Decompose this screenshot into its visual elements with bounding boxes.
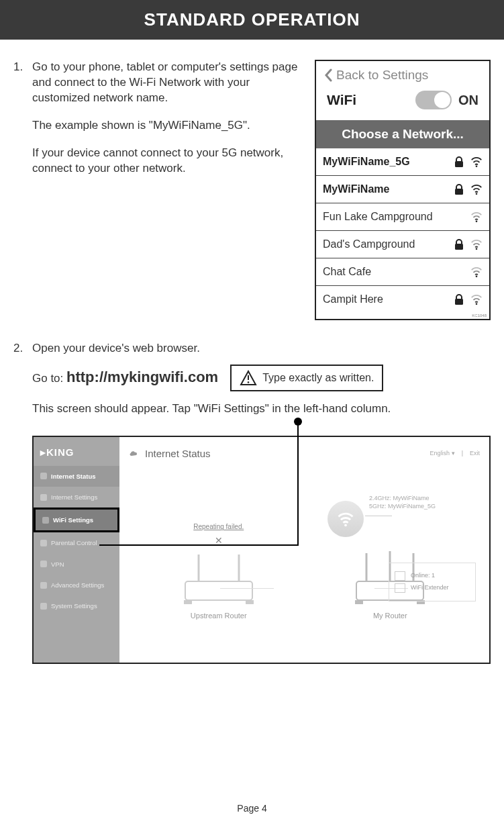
sidebar-item-label: Parental Control (51, 538, 97, 547)
network-name: Dad's Campground (323, 238, 453, 250)
step1-text-3: If your device cannot connect to your 5G… (32, 146, 304, 177)
wifi-on-text: ON (458, 93, 478, 108)
network-name: MyWiFiName (323, 183, 453, 195)
wifi-settings-panel: Back to Settings WiFi ON Choose a Networ… (315, 60, 491, 320)
page-number: Page 4 (0, 803, 504, 814)
wifi-signal-icon (470, 156, 483, 168)
network-name: Fun Lake Campground (323, 211, 470, 223)
goto-url: http://mykingwifi.com (66, 369, 218, 385)
svg-point-2 (344, 524, 347, 526)
goto-prefix: Go to: (32, 372, 66, 385)
x-mark-icon: ✕ (179, 534, 259, 548)
wifi-signal-icon (470, 238, 483, 250)
sidebar-item-advanced-settings[interactable]: Advanced Settings (34, 575, 119, 595)
network-name: Chat Cafe (323, 266, 470, 278)
step2-text-1: Open your device's web browser. (32, 340, 491, 356)
ssid-5-label: 5GHz: MyWiFiName_5G (369, 502, 436, 511)
network-row[interactable]: Chat Cafe (316, 258, 489, 285)
exit-link[interactable]: Exit (470, 449, 480, 458)
system-settings-icon (40, 603, 47, 610)
ssid-24-label: 2.4GHz: MyWiFiName (369, 494, 436, 503)
network-name: Campit Here (323, 293, 453, 305)
sidebar-item-label: System Settings (51, 601, 97, 610)
vpn-icon (40, 561, 47, 567)
panel-attribution: KC1048 (316, 313, 489, 319)
svg-rect-7 (246, 600, 254, 604)
monitor-icon (395, 571, 405, 581)
step2-number: 2. (13, 340, 32, 664)
dashboard-sidebar: ▸KING Internet StatusInternet SettingsWi… (34, 437, 119, 663)
header-title: STANDARD OPERATION (144, 9, 360, 30)
warning-text: Type exactly as written. (262, 371, 374, 385)
internet-status-icon (40, 473, 47, 479)
network-row[interactable]: MyWiFiName (316, 175, 489, 203)
cloud-icon (129, 449, 140, 457)
sidebar-item-label: Advanced Settings (51, 581, 104, 589)
warning-icon (240, 370, 257, 386)
connection-line (220, 588, 274, 589)
wifi-signal-icon (470, 293, 483, 305)
wifi-signal-icon (470, 183, 483, 195)
lock-icon (453, 238, 465, 250)
sidebar-item-system-settings[interactable]: System Settings (34, 595, 119, 616)
chevron-left-icon (324, 68, 332, 82)
wifi-extender-label: WiFi Extender (411, 583, 449, 592)
page-header: STANDARD OPERATION (0, 0, 504, 40)
internet-settings-icon (40, 494, 47, 501)
lock-icon (453, 156, 465, 168)
parental-control-icon (40, 540, 47, 546)
step2-text-2: This screen should appear. Tap "WiFi Set… (32, 401, 491, 417)
sidebar-item-label: Internet Status (51, 472, 96, 481)
step1-text-1: Go to your phone, tablet or computer's s… (32, 60, 304, 106)
clients-box: Online: 1 WiFi Extender (389, 563, 476, 601)
goto-text: Go to: http://mykingwifi.com (32, 367, 218, 388)
wifi-label: WiFi (327, 92, 356, 108)
online-count-label: Online: 1 (411, 571, 435, 580)
warning-box: Type exactly as written. (230, 365, 383, 391)
back-to-settings-button[interactable]: Back to Settings (324, 68, 481, 83)
dashboard-title: Internet Status (129, 446, 211, 461)
wifi-signal-icon (470, 266, 483, 278)
ssid-connector-line (365, 516, 392, 516)
callout-dot (294, 418, 302, 426)
svg-point-1 (248, 381, 250, 383)
sidebar-item-internet-settings[interactable]: Internet Settings (34, 487, 119, 508)
choose-network-header: Choose a Network... (316, 120, 489, 148)
lock-icon (453, 183, 465, 195)
sidebar-item-vpn[interactable]: VPN (34, 554, 119, 575)
sidebar-item-label: Internet Settings (51, 493, 97, 501)
network-row[interactable]: Dad's Campground (316, 230, 489, 258)
upstream-router-block: Repeating failed. ✕ Upstream Router (179, 522, 259, 621)
extender-icon (395, 583, 405, 593)
my-router-label: My Router (350, 611, 430, 621)
lock-icon (453, 293, 465, 305)
sidebar-item-label: VPN (51, 560, 64, 569)
svg-rect-5 (185, 581, 252, 600)
svg-rect-6 (184, 600, 192, 604)
wifi-settings-icon (42, 517, 49, 524)
step1-text-2: The example shown is "MyWiFiName_5G". (32, 118, 304, 134)
wifi-toggle[interactable] (415, 91, 452, 109)
dashboard-top-links: English ▾ | Exit (430, 449, 480, 458)
network-name: MyWiFiName_5G (323, 156, 453, 168)
svg-rect-12 (355, 600, 363, 604)
network-row[interactable]: MyWiFiName_5G (316, 148, 489, 175)
language-dropdown[interactable]: English ▾ (430, 449, 455, 458)
wifi-icon (336, 510, 355, 528)
wifi-signal-icon (470, 211, 483, 223)
upstream-router-label: Upstream Router (179, 611, 259, 621)
router-dashboard: ▸KING Internet StatusInternet SettingsWi… (32, 436, 491, 664)
network-row[interactable]: Fun Lake Campground (316, 203, 489, 230)
sidebar-item-wifi-settings[interactable]: WiFi Settings (34, 508, 119, 532)
wifi-status-circle (327, 501, 364, 537)
network-row[interactable]: Campit Here (316, 285, 489, 313)
step1-number: 1. (13, 60, 32, 189)
brand-logo: ▸KING (34, 442, 119, 466)
sidebar-item-label: WiFi Settings (53, 516, 93, 524)
sidebar-item-parental-control[interactable]: Parental Control (34, 532, 119, 553)
upstream-router-icon (179, 548, 259, 608)
repeating-failed-text: Repeating failed. (179, 522, 259, 532)
toggle-knob (434, 92, 450, 108)
network-list: MyWiFiName_5GMyWiFiNameFun Lake Campgrou… (316, 148, 489, 313)
sidebar-item-internet-status[interactable]: Internet Status (34, 466, 119, 487)
